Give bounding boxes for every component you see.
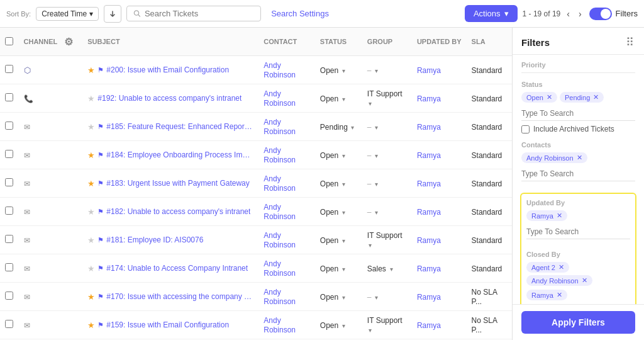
row-checkbox[interactable] xyxy=(5,292,13,300)
contact-link[interactable]: Andy Robinson xyxy=(264,89,296,108)
status-dropdown-icon[interactable]: ▾ xyxy=(342,152,345,159)
contact-tag-andy-remove[interactable]: ✕ xyxy=(577,154,582,162)
include-archived-checkbox[interactable] xyxy=(521,125,530,133)
contact-link[interactable]: Andy Robinson xyxy=(264,146,296,164)
header-select-all[interactable] xyxy=(0,28,19,56)
contact-link[interactable]: Andy Robinson xyxy=(264,288,296,306)
row-checkbox[interactable] xyxy=(5,320,13,328)
group-text: IT Support xyxy=(367,231,402,240)
status-dropdown-icon[interactable]: ▾ xyxy=(342,266,345,273)
closed-by-tag-andy-remove[interactable]: ✕ xyxy=(582,276,587,285)
filters-options-icon[interactable]: ⠿ xyxy=(626,35,635,49)
star-icon[interactable]: ★ xyxy=(87,94,95,103)
star-icon[interactable]: ★ xyxy=(87,65,95,75)
ticket-subject-link[interactable]: #183: Urgent Issue with Payment Gateway xyxy=(106,179,249,188)
ticket-subject-link[interactable]: #170: Issue with accessing the company n… xyxy=(106,292,253,301)
row-checkbox[interactable] xyxy=(5,178,13,186)
filters-toggle-switch[interactable] xyxy=(589,8,612,20)
include-archived-label[interactable]: Include Archived Tickets xyxy=(533,125,614,133)
sort-direction-button[interactable] xyxy=(104,5,121,23)
apply-filters-button[interactable]: Apply Filters xyxy=(521,311,635,334)
contact-link[interactable]: Andy Robinson xyxy=(264,259,296,278)
ticket-subject-link[interactable]: #182: Unable to access company's intrane… xyxy=(106,207,250,216)
contact-link[interactable]: Andy Robinson xyxy=(264,231,296,249)
select-all-checkbox[interactable] xyxy=(5,37,13,45)
search-settings-link[interactable]: Search Settings xyxy=(266,6,334,21)
prev-page-button[interactable]: ‹ xyxy=(564,8,572,20)
updated-by-search-input[interactable] xyxy=(526,225,630,239)
status-tag-open-remove[interactable]: ✕ xyxy=(547,93,552,101)
closed-by-tag-ramya-remove[interactable]: ✕ xyxy=(557,291,562,299)
ticket-subject-link[interactable]: #185: Feature Request: Enhanced Reportin… xyxy=(106,122,253,131)
star-icon[interactable]: ★ xyxy=(87,264,95,273)
contact-link[interactable]: Andy Robinson xyxy=(264,203,296,221)
status-search-input[interactable] xyxy=(521,106,635,121)
row-checkbox-cell[interactable] xyxy=(0,198,19,226)
row-checkbox[interactable] xyxy=(5,207,13,215)
group-dropdown-icon[interactable]: ▾ xyxy=(375,67,378,74)
group-dropdown-icon[interactable]: ▾ xyxy=(375,209,378,216)
status-dropdown-icon[interactable]: ▾ xyxy=(351,124,354,131)
status-dropdown-icon[interactable]: ▾ xyxy=(342,322,345,329)
group-dropdown-icon[interactable]: ▾ xyxy=(369,242,372,249)
sort-field-select[interactable]: Created Time ▾ xyxy=(36,7,99,21)
star-icon[interactable]: ★ xyxy=(87,150,95,160)
row-checkbox[interactable] xyxy=(5,263,13,271)
row-checkbox-cell[interactable] xyxy=(0,56,19,84)
group-dropdown-icon[interactable]: ▾ xyxy=(390,266,393,273)
row-checkbox-cell[interactable] xyxy=(0,283,19,311)
contact-link[interactable]: Andy Robinson xyxy=(264,174,296,193)
group-dropdown-icon[interactable]: ▾ xyxy=(369,327,372,334)
group-dropdown-icon[interactable]: ▾ xyxy=(375,181,378,188)
row-checkbox-cell[interactable] xyxy=(0,113,19,141)
filters-toggle[interactable]: Filters xyxy=(589,8,638,20)
row-checkbox-cell[interactable] xyxy=(0,226,19,254)
contact-link[interactable]: Andy Robinson xyxy=(264,61,296,79)
closed-by-tag-andy: Andy Robinson ✕ xyxy=(526,275,592,286)
group-dropdown-icon[interactable]: ▾ xyxy=(369,100,372,107)
group-dropdown-icon[interactable]: ▾ xyxy=(375,124,378,131)
star-icon[interactable]: ★ xyxy=(87,320,95,330)
star-icon[interactable]: ★ xyxy=(87,207,95,217)
row-checkbox[interactable] xyxy=(5,150,13,158)
group-dropdown-icon[interactable]: ▾ xyxy=(375,294,378,301)
row-checkbox-cell[interactable] xyxy=(0,169,19,198)
row-checkbox-cell[interactable] xyxy=(0,141,19,169)
ticket-subject-link[interactable]: #174: Unable to Access Company Intranet xyxy=(106,264,248,273)
status-dropdown-icon[interactable]: ▾ xyxy=(342,294,345,301)
ticket-subject-link[interactable]: #200: Issue with Email Configuration xyxy=(106,65,229,74)
row-checkbox-cell[interactable] xyxy=(0,84,19,113)
ticket-subject-link[interactable]: #159: Issue with Email Configuration xyxy=(106,320,229,329)
status-dropdown-icon[interactable]: ▾ xyxy=(342,209,345,216)
group-dropdown-icon[interactable]: ▾ xyxy=(375,152,378,159)
ticket-subject-link[interactable]: #184: Employee Onboarding Process Impro.… xyxy=(106,150,253,159)
row-checkbox-cell[interactable] xyxy=(0,311,19,339)
status-dropdown-icon[interactable]: ▾ xyxy=(342,67,345,74)
contact-link[interactable]: Andy Robinson xyxy=(264,316,296,334)
star-icon[interactable]: ★ xyxy=(87,292,95,302)
status-tag-pending-remove[interactable]: ✕ xyxy=(593,93,599,101)
row-checkbox[interactable] xyxy=(5,65,13,73)
status-dropdown-icon[interactable]: ▾ xyxy=(342,96,345,103)
star-icon[interactable]: ★ xyxy=(87,235,95,245)
row-checkbox[interactable] xyxy=(5,93,13,101)
contacts-search-input[interactable] xyxy=(521,167,635,181)
contact-link[interactable]: Andy Robinson xyxy=(264,118,296,136)
contacts-label: Contacts xyxy=(521,141,635,149)
star-icon[interactable]: ★ xyxy=(87,122,95,132)
actions-button[interactable]: Actions ▾ xyxy=(465,5,518,22)
row-updated-by: Ramya xyxy=(412,56,467,84)
column-settings-icon[interactable]: ⚙ xyxy=(60,33,77,50)
ticket-subject-link[interactable]: #181: Employee ID: AIS0076 xyxy=(106,235,203,244)
status-dropdown-icon[interactable]: ▾ xyxy=(342,237,345,244)
search-input[interactable] xyxy=(145,9,254,18)
row-checkbox[interactable] xyxy=(5,122,13,130)
star-icon[interactable]: ★ xyxy=(87,179,95,188)
updated-by-tag-ramya-remove[interactable]: ✕ xyxy=(557,212,562,220)
ticket-subject-link[interactable]: #192: Unable to access company's intrane… xyxy=(97,94,242,103)
row-checkbox-cell[interactable] xyxy=(0,254,19,283)
next-page-button[interactable]: › xyxy=(576,8,584,20)
closed-by-tag-agent2-remove[interactable]: ✕ xyxy=(558,263,564,271)
row-checkbox[interactable] xyxy=(5,235,13,243)
status-dropdown-icon[interactable]: ▾ xyxy=(342,181,345,188)
